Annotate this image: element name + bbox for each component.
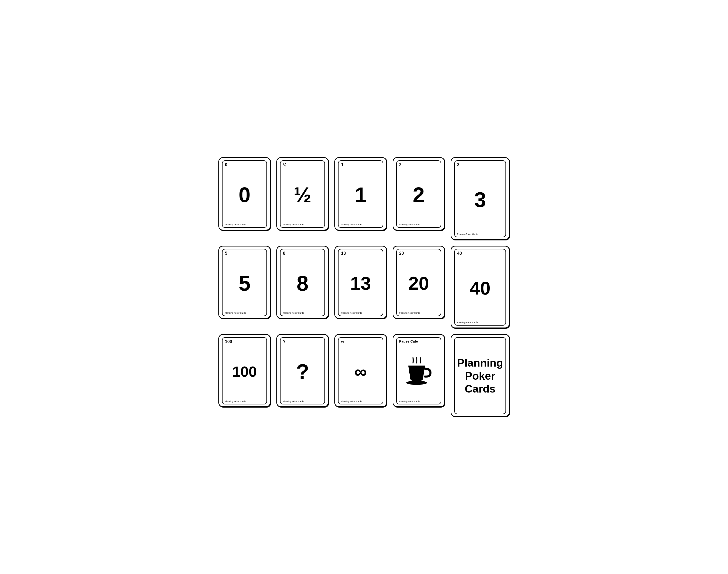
card-center-coffee [399, 343, 438, 400]
card-value-13: 13 [350, 274, 371, 293]
card-value-question: ? [296, 361, 309, 382]
card-brand-text: PlanningPokerCards [457, 356, 503, 396]
corner-label-coffee: Pause Cafe [399, 340, 418, 343]
card-value-100: 100 [232, 364, 257, 379]
card-footer-13: Planning Poker Cards [341, 312, 380, 314]
card-value-1: 1 [355, 184, 367, 205]
card-footer-question: Planning Poker Cards [283, 401, 322, 403]
card-footer-3: Planning Poker Cards [457, 233, 503, 235]
card-center-2: 2 [399, 167, 438, 223]
card-brand: PlanningPokerCards [451, 334, 510, 416]
card-center-40: 40 [457, 255, 503, 321]
card-center-half: ½ [283, 167, 322, 223]
corner-label-3: 3 [457, 163, 459, 167]
cards-grid: 0 0 Planning Poker Cards ½ ½ Planning Po… [218, 157, 510, 416]
card-0: 0 0 Planning Poker Cards [218, 157, 271, 230]
card-value-infinity: ∞ [354, 363, 367, 380]
corner-label-20: 20 [399, 251, 404, 256]
card-1: 1 1 Planning Poker Cards [334, 157, 387, 230]
corner-label-0: 0 [225, 163, 228, 167]
card-question: ? ? Planning Poker Cards [276, 334, 329, 407]
card-footer-5: Planning Poker Cards [225, 312, 264, 314]
card-center-8: 8 [283, 255, 322, 311]
card-footer-100: Planning Poker Cards [225, 401, 264, 403]
corner-label-infinity: ∞ [341, 340, 344, 344]
corner-label-100: 100 [225, 340, 232, 344]
corner-label-question: ? [283, 340, 286, 344]
corner-label-2: 2 [399, 163, 402, 167]
card-2: 2 2 Planning Poker Cards [393, 157, 445, 230]
card-footer-0: Planning Poker Cards [225, 224, 264, 226]
card-half: ½ ½ Planning Poker Cards [276, 157, 329, 230]
card-infinity: ∞ ∞ Planning Poker Cards [334, 334, 387, 407]
card-value-2: 2 [413, 184, 425, 205]
card-footer-8: Planning Poker Cards [283, 312, 322, 314]
card-center-5: 5 [225, 255, 264, 311]
card-value-0: 0 [239, 184, 250, 205]
card-value-40: 40 [470, 279, 490, 297]
card-coffee: Pause Cafe Planning Poker Cards [393, 334, 445, 407]
card-value-20: 20 [408, 274, 429, 293]
corner-label-half: ½ [283, 163, 287, 167]
card-footer-1: Planning Poker Cards [341, 224, 380, 226]
card-footer-half: Planning Poker Cards [283, 224, 322, 226]
card-value-half: ½ [294, 184, 311, 205]
card-value-3: 3 [474, 189, 486, 210]
card-13: 13 13 Planning Poker Cards [334, 246, 387, 319]
card-center-100: 100 [225, 344, 264, 400]
card-footer-coffee: Planning Poker Cards [399, 401, 438, 403]
card-20: 20 20 Planning Poker Cards [393, 246, 445, 319]
card-footer-2: Planning Poker Cards [399, 224, 438, 226]
card-footer-20: Planning Poker Cards [399, 312, 438, 314]
coffee-cup-icon [403, 356, 434, 387]
card-value-8: 8 [296, 273, 309, 294]
card-footer-infinity: Planning Poker Cards [341, 401, 380, 403]
card-center-question: ? [283, 344, 322, 400]
card-center-3: 3 [457, 167, 503, 232]
corner-label-8: 8 [283, 251, 285, 256]
card-5: 5 5 Planning Poker Cards [218, 246, 271, 319]
card-value-5: 5 [239, 273, 250, 294]
card-3: 3 3 Planning Poker Cards [451, 157, 510, 240]
corner-label-40: 40 [457, 251, 462, 256]
card-center-20: 20 [399, 255, 438, 311]
svg-point-0 [406, 381, 427, 385]
corner-label-13: 13 [341, 251, 346, 256]
card-center-brand: PlanningPokerCards [457, 340, 503, 412]
corner-label-1: 1 [341, 163, 343, 167]
card-8: 8 8 Planning Poker Cards [276, 246, 329, 319]
card-center-13: 13 [341, 255, 380, 311]
card-center-0: 0 [225, 167, 264, 223]
card-footer-40: Planning Poker Cards [457, 322, 503, 324]
card-100: 100 100 Planning Poker Cards [218, 334, 271, 407]
card-40: 40 40 Planning Poker Cards [451, 246, 510, 328]
card-center-infinity: ∞ [341, 344, 380, 400]
card-center-1: 1 [341, 167, 380, 223]
corner-label-5: 5 [225, 251, 228, 256]
